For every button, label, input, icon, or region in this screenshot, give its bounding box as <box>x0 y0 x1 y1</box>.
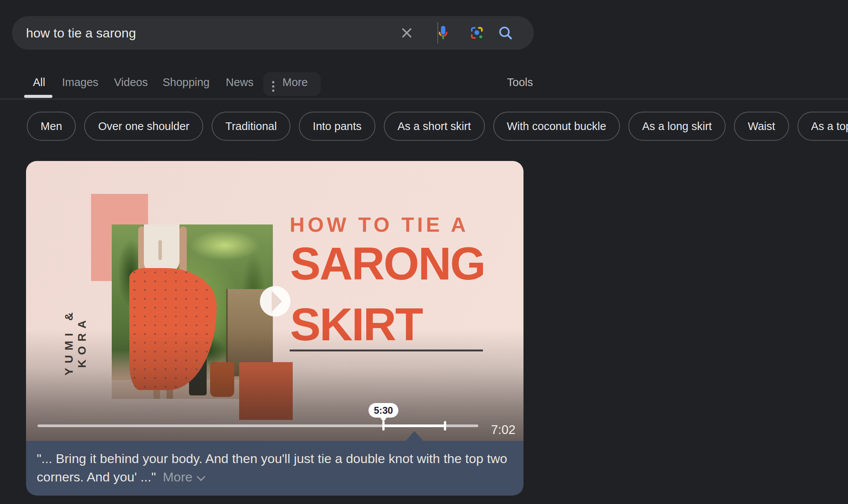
tab-tools[interactable]: Tools <box>507 75 533 89</box>
chip-with-coconut-buckle[interactable]: With coconut buckle <box>493 112 620 141</box>
play-button[interactable] <box>260 286 290 317</box>
thumbnail-title-line2: SARONG <box>290 241 485 286</box>
video-duration: 7:02 <box>491 423 515 437</box>
chip-as-a-top[interactable]: As a top <box>797 112 848 141</box>
chip-traditional[interactable]: Traditional <box>212 112 290 141</box>
tab-shopping[interactable]: Shopping <box>163 75 210 89</box>
chip-as-a-long-skirt[interactable]: As a long skirt <box>628 112 726 141</box>
timestamp-bubble[interactable]: 5:30 <box>369 403 398 418</box>
thumbnail-deco-square-bottom <box>239 362 293 420</box>
chip-waist[interactable]: Waist <box>734 112 789 141</box>
tab-videos[interactable]: Videos <box>114 75 148 89</box>
chip-over-one-shoulder[interactable]: Over one shoulder <box>84 112 203 141</box>
chevron-down-icon <box>197 472 205 481</box>
lens-icon[interactable] <box>468 24 485 41</box>
chip-men[interactable]: Men <box>27 112 76 141</box>
search-bar[interactable]: how to tie a sarong <box>12 16 534 50</box>
caption-more-button[interactable]: More <box>163 470 202 484</box>
mic-icon[interactable] <box>435 24 452 41</box>
chip-into-pants[interactable]: Into pants <box>299 112 375 141</box>
thumbnail-underline <box>290 350 483 351</box>
chip-as-a-short-skirt[interactable]: As a short skirt <box>384 112 485 141</box>
video-result-card[interactable]: YUMI & KORA HOW TO TIE A SARONG SKIRT 5:… <box>26 161 523 496</box>
clear-icon[interactable] <box>398 24 415 41</box>
tab-news[interactable]: News <box>226 75 254 89</box>
segment-end-tick <box>444 421 446 431</box>
search-input[interactable]: how to tie a sarong <box>26 16 136 50</box>
tab-images[interactable]: Images <box>62 75 98 89</box>
caption-pointer <box>406 431 423 441</box>
filter-chips-row: Men Over one shoulder Traditional Into p… <box>27 112 848 141</box>
caption-panel: "... Bring it behind your body. And then… <box>26 441 523 496</box>
play-icon <box>272 291 282 312</box>
search-icon[interactable] <box>497 24 514 41</box>
segment-start-tick <box>382 421 385 431</box>
tabbar-divider <box>0 99 848 99</box>
photo-top-tie <box>158 240 162 260</box>
timestamp-bubble-tail <box>380 417 387 422</box>
thumbnail-title-line1: HOW TO TIE A <box>290 214 469 235</box>
thumbnail-brand-text: YUMI & KORA <box>62 283 86 401</box>
video-thumbnail[interactable]: YUMI & KORA HOW TO TIE A SARONG SKIRT 5:… <box>26 161 523 441</box>
tab-all[interactable]: All <box>33 75 45 89</box>
active-tab-underline <box>24 95 52 98</box>
tab-more[interactable]: More <box>282 75 308 89</box>
caption-more-label: More <box>163 470 192 484</box>
thumbnail-title-line3: SKIRT <box>290 301 422 347</box>
caption-quote-text: "... Bring it behind your body. And then… <box>37 451 507 484</box>
progress-highlight-segment[interactable] <box>383 424 445 427</box>
caption-quote: "... Bring it behind your body. And then… <box>37 449 509 486</box>
more-dots-icon[interactable] <box>272 81 274 94</box>
